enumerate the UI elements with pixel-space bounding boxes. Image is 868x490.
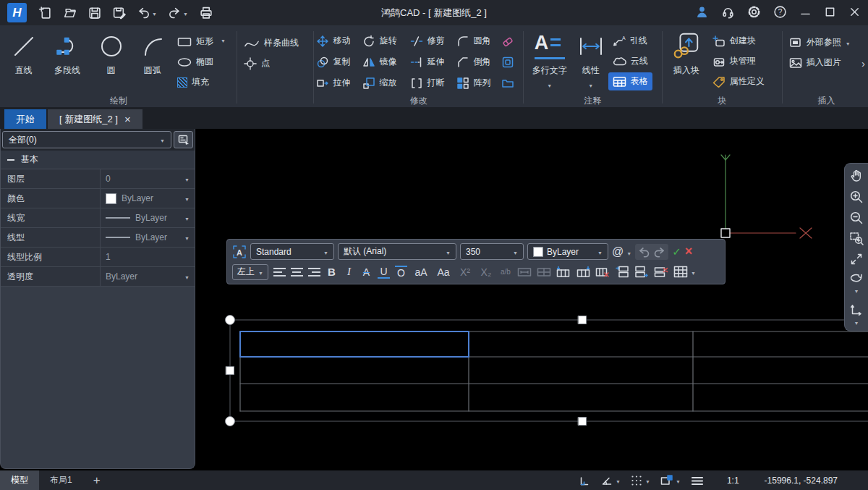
justify-dropdown[interactable]: 左上 (232, 264, 268, 280)
zoom-window-button[interactable] (849, 231, 864, 245)
array-button[interactable]: 阵列 (456, 77, 501, 90)
lineweight-dropdown[interactable]: ByLayer (101, 208, 195, 227)
linetype-scale-field[interactable]: 1 (101, 248, 195, 266)
close-button[interactable] (848, 6, 861, 20)
chamfer-button[interactable]: 倒角 (456, 56, 501, 69)
polar-tracking-toggle[interactable] (600, 474, 621, 487)
chevron-down-icon[interactable] (676, 476, 681, 486)
fillet-button[interactable]: 圆角 (456, 35, 501, 48)
table-style-dropdown[interactable] (673, 266, 696, 278)
copy-button[interactable]: 复制 (316, 56, 362, 69)
grip-square-top-mid[interactable] (579, 316, 587, 324)
draw-more-chevron-icon[interactable] (221, 35, 226, 45)
insert-column-right-icon[interactable] (576, 266, 590, 278)
transparency-dropdown[interactable]: ByLayer (101, 267, 195, 286)
extend-button[interactable]: 延伸 (410, 56, 456, 69)
superscript-button[interactable]: X² (457, 266, 473, 278)
break-button[interactable]: 打断 (410, 77, 456, 90)
layer-properties-button[interactable] (174, 131, 193, 148)
help-icon[interactable]: ? (773, 5, 787, 21)
zoom-in-button[interactable] (849, 190, 864, 204)
insert-row-above-icon[interactable] (615, 266, 629, 278)
underline-button[interactable]: U (378, 266, 390, 279)
confirm-button[interactable]: ✓ (672, 245, 681, 258)
maximize-button[interactable] (824, 6, 836, 20)
uppercase-button[interactable]: aA (412, 266, 430, 278)
align-center-icon[interactable] (291, 268, 303, 276)
user-account-icon[interactable] (695, 5, 709, 21)
point-button[interactable]: 点 (239, 54, 303, 72)
linetype-dropdown[interactable]: ByLayer (101, 228, 195, 247)
tab-model[interactable]: 模型 (0, 470, 39, 490)
create-block-button[interactable]: 创建块 (708, 32, 769, 50)
cancel-button[interactable]: × (685, 244, 693, 259)
properties-section-basic[interactable]: 基本 (1, 151, 195, 169)
scale-button[interactable]: 缩放 (362, 77, 410, 90)
add-layout-button[interactable]: + (83, 473, 111, 488)
chevron-down-icon[interactable] (588, 80, 593, 90)
minimize-button[interactable] (799, 6, 812, 20)
insert-block-button[interactable]: 插入块 (665, 28, 708, 77)
insert-image-button[interactable]: 插入图片 (785, 54, 855, 72)
grip-circle-top-left[interactable] (226, 316, 235, 325)
strikethrough-button[interactable]: A (360, 266, 373, 278)
mirror-button[interactable]: 镜像 (362, 56, 410, 69)
annotation-scale[interactable]: 1:1 (727, 476, 739, 486)
revcloud-button[interactable]: 云线 (608, 52, 652, 70)
delete-row-icon[interactable] (654, 266, 668, 278)
selected-table-cell[interactable] (240, 331, 469, 357)
status-menu-button[interactable] (690, 474, 705, 487)
rotate-button[interactable]: 旋转 (362, 35, 410, 48)
unmerge-cells-icon[interactable] (537, 266, 551, 278)
chevron-down-icon[interactable] (645, 476, 650, 486)
color-dropdown[interactable]: ByLayer (101, 189, 195, 208)
object-snap-toggle[interactable] (660, 474, 681, 487)
symbol-insert-button[interactable]: @ (612, 245, 631, 258)
erase-button[interactable] (501, 35, 519, 48)
settings-gear-icon[interactable] (747, 5, 761, 21)
support-headset-icon[interactable] (721, 5, 735, 21)
lengthen-button[interactable] (501, 77, 519, 90)
drawing-workspace[interactable]: 全部(0) 基本 图层 0 颜色 ByLayer (0, 129, 868, 470)
merge-cells-icon[interactable] (517, 266, 532, 278)
lowercase-button[interactable]: Aa (435, 266, 452, 278)
text-style-dropdown[interactable]: Standard (250, 243, 334, 260)
circle-button[interactable]: 圆 (90, 28, 132, 77)
overline-button[interactable]: O (395, 266, 407, 279)
grip-square-mid-left[interactable] (226, 367, 234, 375)
linear-dim-button[interactable]: 线性 (574, 28, 608, 90)
bold-button[interactable]: B (326, 266, 338, 278)
italic-button[interactable]: I (343, 266, 355, 278)
table-entity[interactable] (240, 331, 868, 411)
ribbon-expand-chevron-icon[interactable]: › (861, 57, 865, 69)
selection-filter-dropdown[interactable]: 全部(0) (2, 131, 171, 148)
polyline-button[interactable]: 多段线 (44, 28, 90, 77)
line-button[interactable]: 直线 (3, 28, 44, 77)
redo-icon[interactable] (652, 245, 667, 259)
grip-square-bottom-mid[interactable] (579, 418, 587, 426)
chevron-down-icon[interactable] (854, 285, 859, 295)
spline-button[interactable]: 样条曲线 (239, 34, 303, 52)
insert-column-left-icon[interactable] (556, 266, 571, 278)
grip-circle-bottom-left[interactable] (226, 417, 235, 426)
stretch-button[interactable]: 拉伸 (316, 77, 362, 90)
leader-button[interactable]: A 引线 (608, 32, 652, 50)
tab-layout1[interactable]: 布局1 (39, 470, 83, 490)
chevron-down-icon[interactable] (846, 38, 851, 48)
align-right-icon[interactable] (308, 268, 320, 276)
measure-button[interactable] (849, 302, 864, 327)
fraction-button[interactable]: a/b (499, 268, 512, 276)
ortho-toggle[interactable] (578, 474, 591, 487)
trim-button[interactable]: 修剪 (410, 35, 456, 48)
zoom-out-button[interactable] (849, 211, 864, 225)
delete-column-icon[interactable] (595, 266, 610, 278)
align-left-icon[interactable] (273, 268, 286, 276)
offset-button[interactable] (501, 56, 519, 69)
move-button[interactable]: 移动 (316, 35, 362, 48)
mtext-button[interactable]: A 多行文字 (526, 28, 574, 90)
tab-drawing[interactable]: [ 新建图纸_2 ] (48, 109, 142, 129)
font-dropdown[interactable]: 默认 (Arial) (338, 243, 456, 260)
arc-button[interactable]: 圆弧 (132, 28, 173, 77)
layer-dropdown[interactable]: 0 (101, 169, 195, 188)
text-annotative-button[interactable]: A (232, 245, 247, 259)
